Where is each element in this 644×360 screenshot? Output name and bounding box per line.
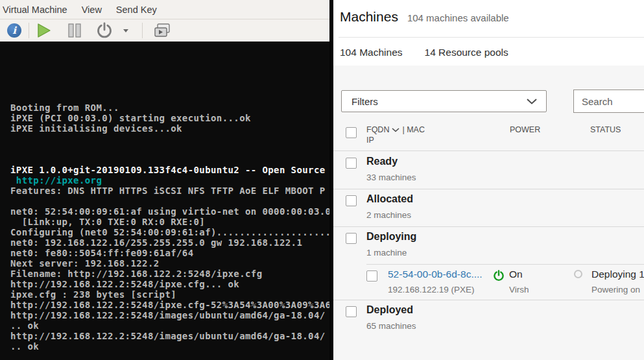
group-label: Deploying xyxy=(366,231,416,243)
select-all-checkbox[interactable] xyxy=(346,127,357,138)
console-line: http://192.168.122.2:5248/images/ubuntu/… xyxy=(10,331,329,341)
table-header-divider xyxy=(333,150,644,151)
menu-send-key[interactable]: Send Key xyxy=(115,5,158,15)
maas-header: Machines 104 machines available xyxy=(340,9,509,25)
power-icon xyxy=(96,22,113,39)
screen: Virtual Machine View Send Key i xyxy=(0,0,644,360)
machines-available-count: 104 machines available xyxy=(407,12,509,23)
filters-label: Filters xyxy=(352,96,378,107)
vm-info-button[interactable]: i xyxy=(0,21,25,40)
console-line: http://192.168.122.2:5248/ipxe.cfg... ok xyxy=(10,279,329,289)
vm-pause-button[interactable] xyxy=(64,21,85,40)
machine-status: Deploying 1 xyxy=(591,269,644,280)
console-line: iPXE 1.0.0+git-20190109.133f4c4-0ubuntu2… xyxy=(10,165,329,175)
play-icon xyxy=(36,23,52,38)
console-line: iPXE (PCI 00:03.0) starting execution...… xyxy=(10,113,329,123)
machine-power-state: On xyxy=(509,269,523,280)
column-header-fqdn[interactable]: FQDN | MAC IP xyxy=(366,125,425,145)
console-line: Features: DNS HTTP HTTPS iSCSI NFS TFTP … xyxy=(10,186,329,196)
machines-table-area: Filters FQDN | MAC IP xyxy=(333,66,644,360)
console-line xyxy=(10,134,329,144)
console-line xyxy=(10,196,329,206)
row-divider-indented xyxy=(366,264,644,265)
column-header-power[interactable]: POWER xyxy=(510,125,540,134)
console-line: http://192.168.122.2:5248/ipxe.cfg-52%3A… xyxy=(10,300,329,310)
sort-chevron-icon xyxy=(392,128,400,132)
info-icon: i xyxy=(7,23,21,38)
tab-resource-pools[interactable]: 14 Resource pools xyxy=(423,43,510,69)
row-divider xyxy=(333,189,644,189)
header-divider xyxy=(339,37,644,38)
group-count: 1 machine xyxy=(366,248,407,258)
console-line xyxy=(10,144,329,154)
ip-label: IP xyxy=(366,136,425,145)
machine-power-type: Virsh xyxy=(509,285,529,294)
vm-shutdown-menu-button[interactable] xyxy=(116,21,136,40)
console-line: net0: 52:54:00:09:61:af using virtio-net… xyxy=(10,206,329,217)
vm-menubar: Virtual Machine View Send Key xyxy=(0,0,329,19)
chevron-down-icon xyxy=(527,99,537,104)
machine-checkbox[interactable] xyxy=(366,270,377,282)
console-line: http://192.168.122.2:5248/images/ubuntu/… xyxy=(10,310,329,320)
group-deployed-checkbox[interactable] xyxy=(346,306,357,317)
console-line: Configuring (net0 52:54:00:09:61:af)....… xyxy=(10,227,329,237)
group-label: Deployed xyxy=(366,304,413,316)
column-header-status[interactable]: STATUS xyxy=(590,125,621,134)
vm-console-window: Virtual Machine View Send Key i xyxy=(0,0,329,360)
toolbar-separator xyxy=(142,23,143,38)
console-line: Filename: http://192.168.122.2:5248/ipxe… xyxy=(10,269,329,279)
search-input[interactable] xyxy=(573,90,644,113)
console-line: [Link:up, TX:0 TXE:0 RX:0 RXE:0] xyxy=(10,217,329,227)
console-line: net0: 192.168.122.16/255.255.255.0 gw 19… xyxy=(10,237,329,248)
group-allocated-checkbox[interactable] xyxy=(346,195,357,206)
console-line: .. ok xyxy=(10,341,329,352)
console-line: .. ok xyxy=(10,320,329,331)
pause-icon xyxy=(67,23,82,38)
maas-machines-panel: Machines 104 machines available 104 Mach… xyxy=(333,0,644,360)
vm-toolbar: i xyxy=(0,19,329,42)
console-line: iPXE initialising devices...ok xyxy=(10,123,329,134)
group-count: 65 machines xyxy=(366,321,416,331)
group-count: 33 machines xyxy=(366,173,416,182)
filters-dropdown[interactable]: Filters xyxy=(341,90,547,112)
vm-shutdown-button[interactable] xyxy=(93,21,116,40)
console-line: net0: fe80::5054:ff:fe09:61af/64 xyxy=(10,248,329,258)
machine-row: 52-54-00-0b-6d-8c.... 192.168.122.19 (PX… xyxy=(333,267,644,300)
screenshot-icon xyxy=(154,23,171,38)
power-on-icon xyxy=(493,270,505,282)
console-line xyxy=(10,154,329,165)
console-line: Next server: 192.168.122.2 xyxy=(10,258,329,269)
page-title: Machines xyxy=(340,9,398,25)
group-label: Ready xyxy=(366,156,398,167)
toolbar-separator xyxy=(29,23,29,38)
tab-bar: 104 Machines 14 Resource pools xyxy=(339,43,510,69)
row-divider xyxy=(333,300,644,300)
group-deploying-checkbox[interactable] xyxy=(346,233,357,244)
machine-name-link[interactable]: 52-54-00-0b-6d-8c.... xyxy=(388,269,483,280)
console-line: ipxe.cfg : 238 bytes [script] xyxy=(10,289,329,300)
fqdn-label: FQDN xyxy=(366,125,389,134)
console-line: http://ipxe.org xyxy=(10,175,329,186)
group-label: Allocated xyxy=(366,193,413,205)
power-menu-caret-icon xyxy=(123,29,128,32)
mac-label: | MAC xyxy=(402,125,425,134)
group-ready-checkbox[interactable] xyxy=(346,158,357,169)
group-count: 2 machines xyxy=(366,210,411,220)
table-header-row: FQDN | MAC IP POWER STATUS xyxy=(333,125,644,150)
menu-view[interactable]: View xyxy=(80,5,103,15)
console-line: Booting from ROM... xyxy=(10,102,329,113)
status-spinner-icon xyxy=(574,270,582,278)
tab-machines[interactable]: 104 Machines xyxy=(339,43,404,69)
vm-run-button[interactable] xyxy=(33,21,55,40)
menu-virtual-machine[interactable]: Virtual Machine xyxy=(1,5,69,15)
vm-screenshot-button[interactable] xyxy=(150,21,174,40)
vm-console-output[interactable]: Booting from ROM...iPXE (PCI 00:03.0) st… xyxy=(0,42,329,360)
machine-status-detail: Powering on xyxy=(591,285,640,294)
machine-ip: 192.168.122.19 (PXE) xyxy=(388,285,475,294)
row-divider xyxy=(333,226,644,227)
